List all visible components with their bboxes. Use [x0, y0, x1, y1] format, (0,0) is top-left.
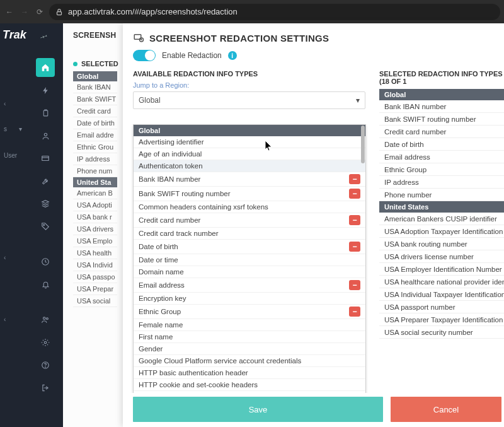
available-item[interactable]: Date of birth−	[134, 240, 365, 254]
available-item-label: HTTP basic authentication header	[139, 369, 248, 377]
selected-group-header: United States	[379, 201, 504, 213]
available-item[interactable]: Google Cloud Platform service account cr…	[134, 355, 365, 367]
remove-icon[interactable]: −	[349, 215, 360, 225]
selected-item[interactable]: USA Preparer Taxpayer Identification Num…	[379, 313, 504, 326]
panel-list-item[interactable]: Ethnic Grou	[73, 141, 117, 153]
panel-list-item[interactable]: USA social	[73, 295, 117, 307]
available-item[interactable]: Email address−	[134, 278, 365, 293]
panel-list-item[interactable]: USA health	[73, 247, 117, 259]
available-item[interactable]: Female name	[134, 319, 365, 331]
address-bar[interactable]: app.activtrak.com/#/app/screenshots/reda…	[49, 4, 500, 20]
selected-item[interactable]: USA bank routing number	[379, 238, 504, 250]
panel-list-item[interactable]: USA bank r	[73, 211, 117, 223]
cancel-button[interactable]: Cancel	[391, 397, 501, 422]
available-item[interactable]: HTTP cookie and set-cookie headers	[134, 379, 365, 391]
clipboard-icon[interactable]	[36, 103, 55, 122]
panel-list-item[interactable]: USA drivers	[73, 223, 117, 235]
remove-icon[interactable]: −	[349, 242, 360, 252]
dropdown-scrollbar[interactable]	[361, 126, 365, 163]
selected-item[interactable]: USA Employer Identification Number	[379, 263, 504, 276]
sidebar-chevron-3[interactable]: ‹	[4, 316, 6, 323]
modal-title-row: SCREENSHOT REDACTION SETTINGS	[123, 32, 504, 44]
info-icon[interactable]: i	[228, 51, 237, 60]
panel-list-item[interactable]: Bank SWIFT	[73, 93, 117, 105]
available-item[interactable]: Bank IBAN number−	[134, 172, 365, 187]
region-select[interactable]: Global ▾	[133, 91, 365, 109]
panel-list-item[interactable]: USA Adopti	[73, 199, 117, 211]
user-icon[interactable]	[36, 126, 55, 145]
panel-list-item[interactable]: IP address	[73, 153, 117, 165]
selected-item[interactable]: USA drivers license number	[379, 250, 504, 263]
sidebar-chevron-1[interactable]: ‹	[4, 100, 6, 107]
stack-icon[interactable]	[36, 194, 55, 213]
selected-item[interactable]: American Bankers CUSIP identifier	[379, 213, 504, 225]
panel-list-item[interactable]: Credit card	[73, 105, 117, 117]
available-item[interactable]: Ethnic Group−	[134, 305, 365, 319]
available-item[interactable]: Bank SWIFT routing number−	[134, 187, 365, 201]
card-icon[interactable]	[36, 149, 55, 168]
available-item[interactable]: Gender	[134, 343, 365, 355]
pin-icon[interactable]	[39, 31, 49, 41]
enable-redaction-toggle[interactable]	[133, 50, 156, 61]
users-icon[interactable]	[36, 310, 55, 329]
panel-list-item[interactable]: USA passpo	[73, 271, 117, 283]
remove-icon[interactable]: −	[349, 280, 360, 290]
panel-list-item[interactable]: Date of birth	[73, 117, 117, 129]
bolt-icon[interactable]	[36, 81, 55, 100]
svg-point-7	[46, 318, 48, 320]
available-item[interactable]: HTTP basic authentication header	[134, 367, 365, 379]
available-item[interactable]: Credit card number−	[134, 213, 365, 228]
panel-list-item[interactable]: Email addre	[73, 129, 117, 141]
selected-item[interactable]: IP address	[379, 176, 504, 189]
selected-item[interactable]: Bank IBAN number	[379, 100, 504, 113]
nav-reload[interactable]: ⟳	[34, 6, 45, 18]
available-item[interactable]: Human readable time (e.g. 9:54 pm)	[134, 391, 365, 393]
selected-item[interactable]: Bank SWIFT routing number	[379, 113, 504, 126]
panel-list-item[interactable]: American B	[73, 187, 117, 199]
gear-icon[interactable]	[36, 333, 55, 352]
remove-icon[interactable]: −	[349, 189, 360, 199]
sidebar-caret-s[interactable]: ▾	[19, 126, 22, 132]
panel-list-item[interactable]: Bank IBAN	[73, 81, 117, 93]
logout-icon[interactable]	[36, 378, 55, 397]
selected-item[interactable]: USA passport number	[379, 301, 504, 313]
remove-icon[interactable]: −	[349, 174, 360, 184]
selected-item[interactable]: USA healthcare national provider identif…	[379, 276, 504, 288]
selected-item[interactable]: USA Individual Taxpayer Identification N…	[379, 288, 504, 301]
svg-rect-1	[43, 110, 48, 116]
available-item-label: Authenticaton token	[139, 162, 203, 170]
available-item[interactable]: Authenticaton token	[134, 160, 365, 172]
available-item[interactable]: Advertising identifier	[134, 136, 365, 148]
bell-icon[interactable]	[36, 275, 55, 294]
selected-item[interactable]: Ethnic Group	[379, 163, 504, 176]
tag-icon[interactable]	[36, 217, 55, 236]
available-item[interactable]: Encryption key	[134, 293, 365, 305]
nav-back[interactable]: ←	[4, 6, 15, 18]
available-item-label: Date or time	[139, 256, 178, 264]
available-item[interactable]: Common headers containing xsrf tokens	[134, 201, 365, 213]
selected-item[interactable]: Credit card number	[379, 126, 504, 138]
available-item[interactable]: Credit card track number	[134, 228, 365, 240]
available-item[interactable]: Domain name	[134, 266, 365, 278]
selected-item[interactable]: Email address	[379, 151, 504, 163]
remove-icon[interactable]: −	[349, 307, 360, 317]
panel-list-item[interactable]: USA Emplo	[73, 235, 117, 247]
sidebar-chevron-2[interactable]: ‹	[4, 254, 6, 261]
wrench-icon[interactable]	[36, 172, 55, 190]
available-item[interactable]: Date or time	[134, 254, 365, 266]
help-icon[interactable]	[36, 356, 55, 375]
panel-list-item[interactable]: USA Individ	[73, 259, 117, 271]
selected-item[interactable]: USA Adoption Taxpayer Identification Num…	[379, 225, 504, 238]
available-item[interactable]: Age of an individual	[134, 148, 365, 160]
save-button[interactable]: Save	[133, 397, 383, 422]
panel-list-item[interactable]: Phone num	[73, 165, 117, 177]
clock-icon[interactable]	[36, 252, 55, 271]
brand-logo: Trak	[3, 28, 26, 42]
selected-item[interactable]: Date of birth	[379, 138, 504, 151]
panel-list-item[interactable]: USA Prepar	[73, 283, 117, 295]
selected-item[interactable]: Phone number	[379, 189, 504, 201]
home-icon[interactable]	[36, 58, 55, 77]
selected-item[interactable]: USA social security number	[379, 326, 504, 339]
jump-label: Jump to a Region:	[133, 81, 365, 89]
available-item[interactable]: First name	[134, 331, 365, 343]
